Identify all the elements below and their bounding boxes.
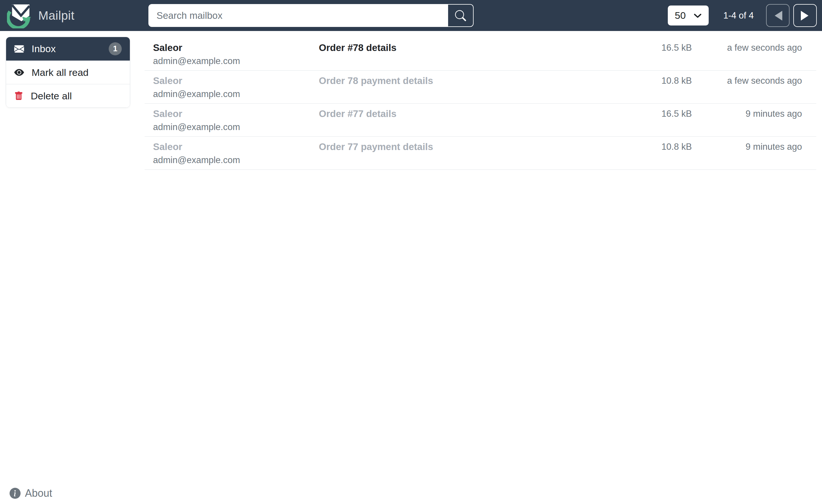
brand[interactable]: Mailpit bbox=[7, 3, 74, 28]
sidebar-item-delete-all[interactable]: Delete all bbox=[6, 84, 130, 107]
triangle-right-icon bbox=[801, 11, 810, 21]
brand-name: Mailpit bbox=[38, 9, 74, 23]
message-from: Saleor admin@example.com bbox=[153, 108, 319, 132]
search-button[interactable] bbox=[447, 5, 473, 26]
message-subject: Order #77 details bbox=[319, 108, 628, 120]
message-time: a few seconds ago bbox=[692, 75, 802, 87]
message-subject: Order 78 payment details bbox=[319, 75, 628, 87]
sidebar-item-inbox[interactable]: Inbox 1 bbox=[6, 37, 130, 61]
sidebar-item-mark-all-read[interactable]: Mark all read bbox=[6, 61, 130, 84]
message-time: a few seconds ago bbox=[692, 42, 802, 54]
pagination-count: 1-4 of 4 bbox=[717, 10, 760, 21]
message-from: Saleor admin@example.com bbox=[153, 75, 319, 99]
search-group bbox=[148, 4, 474, 27]
message-row[interactable]: Saleor admin@example.com Order #78 detai… bbox=[145, 38, 816, 71]
magnifier-icon bbox=[455, 10, 466, 21]
eye-icon bbox=[14, 67, 24, 77]
message-from-email: admin@example.com bbox=[153, 122, 319, 132]
message-from-name: Saleor bbox=[153, 42, 319, 54]
message-from-name: Saleor bbox=[153, 141, 319, 153]
previous-page-button[interactable] bbox=[766, 4, 790, 27]
about-link[interactable]: About bbox=[10, 487, 52, 499]
message-size: 16.5 kB bbox=[628, 108, 692, 120]
message-row[interactable]: Saleor admin@example.com Order #77 detai… bbox=[145, 104, 816, 137]
message-size: 10.8 kB bbox=[628, 141, 692, 153]
message-from-email: admin@example.com bbox=[153, 89, 319, 99]
message-subject: Order #78 details bbox=[319, 42, 628, 54]
search-input[interactable] bbox=[149, 5, 447, 26]
inbox-unread-badge: 1 bbox=[109, 42, 122, 55]
message-size: 10.8 kB bbox=[628, 75, 692, 87]
message-time: 9 minutes ago bbox=[692, 108, 802, 120]
message-from-name: Saleor bbox=[153, 108, 319, 120]
message-subject: Order 77 payment details bbox=[319, 141, 628, 153]
message-row[interactable]: Saleor admin@example.com Order 78 paymen… bbox=[145, 71, 816, 104]
per-page-select[interactable]: 50 bbox=[668, 6, 709, 25]
mailpit-logo-icon bbox=[7, 3, 32, 28]
triangle-left-icon bbox=[774, 11, 782, 21]
message-from-email: admin@example.com bbox=[153, 155, 319, 165]
per-page-value: 50 bbox=[675, 10, 686, 21]
top-navbar: Mailpit 50 1-4 of 4 bbox=[0, 0, 822, 31]
message-from: Saleor admin@example.com bbox=[153, 141, 319, 165]
navbar-right-controls: 50 1-4 of 4 bbox=[668, 0, 817, 31]
trash-icon bbox=[14, 92, 23, 101]
message-time: 9 minutes ago bbox=[692, 141, 802, 153]
message-size: 16.5 kB bbox=[628, 42, 692, 54]
info-circle-icon bbox=[10, 488, 21, 499]
sidebar: Inbox 1 Mark all read Delete all bbox=[6, 37, 130, 108]
message-row[interactable]: Saleor admin@example.com Order 77 paymen… bbox=[145, 137, 816, 170]
message-list: Saleor admin@example.com Order #78 detai… bbox=[145, 38, 816, 170]
message-from: Saleor admin@example.com bbox=[153, 42, 319, 66]
mark-all-read-label: Mark all read bbox=[32, 67, 89, 78]
chevron-down-icon bbox=[694, 12, 702, 20]
about-label: About bbox=[25, 487, 52, 499]
envelope-icon bbox=[14, 44, 24, 54]
message-from-email: admin@example.com bbox=[153, 56, 319, 66]
delete-all-label: Delete all bbox=[31, 90, 72, 102]
sidebar-inbox-label: Inbox bbox=[32, 43, 56, 54]
next-page-button[interactable] bbox=[793, 4, 817, 27]
message-from-name: Saleor bbox=[153, 75, 319, 87]
